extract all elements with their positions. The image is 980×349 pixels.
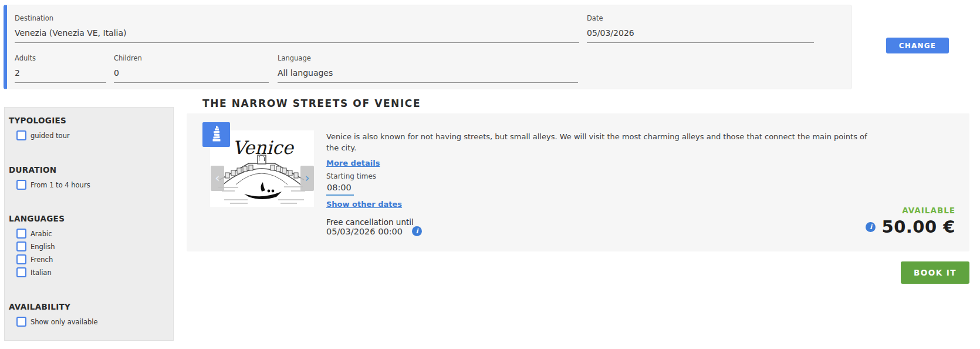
filter-option-label: Arabic: [31, 230, 52, 238]
destination-input[interactable]: Venezia (Venezia VE, Italia): [15, 28, 579, 43]
free-cancellation-datetime: 05/03/2026 00:00: [326, 227, 403, 236]
starting-times-label: Starting times: [326, 172, 376, 180]
filter-option-label: guided tour: [31, 132, 70, 140]
carousel-next-button[interactable]: ›: [300, 166, 314, 191]
adults-label: Adults: [15, 54, 106, 62]
tour-title: THE NARROW STREETS OF VENICE: [202, 98, 421, 109]
filter-option-italian[interactable]: Italian: [16, 267, 52, 277]
language-label: Language: [278, 54, 578, 62]
tour-price: 50.00 €: [881, 217, 955, 237]
date-input[interactable]: 05/03/2026: [587, 28, 814, 43]
book-it-button[interactable]: BOOK IT: [901, 261, 969, 284]
language-select[interactable]: All languages: [278, 68, 578, 83]
monument-tower-icon: [202, 122, 230, 147]
free-cancellation-label: Free cancellation until: [326, 217, 414, 227]
children-field[interactable]: Children 0: [114, 54, 269, 83]
chevron-right-icon: ›: [305, 171, 309, 185]
adults-field[interactable]: Adults 2: [15, 54, 106, 83]
duration-heading: DURATION: [9, 165, 56, 174]
filter-option-label: English: [31, 243, 55, 251]
typologies-heading: TYPOLOGIES: [9, 116, 66, 125]
checkbox-icon[interactable]: [16, 317, 26, 327]
filter-option-arabic[interactable]: Arabic: [16, 229, 52, 239]
filter-option-duration-1-4[interactable]: From 1 to 4 hours: [16, 180, 90, 190]
free-cancellation-row: 05/03/2026 00:00 i: [326, 226, 422, 236]
languages-heading: LANGUAGES: [9, 214, 65, 223]
date-label: Date: [587, 14, 814, 22]
checkbox-icon[interactable]: [16, 180, 26, 190]
tour-card: Venice: [187, 113, 969, 251]
tour-description: Venice is also known for not having stre…: [326, 131, 881, 153]
date-field[interactable]: Date 05/03/2026: [587, 14, 814, 43]
info-icon[interactable]: i: [412, 226, 422, 236]
checkbox-icon[interactable]: [16, 254, 26, 264]
checkbox-icon[interactable]: [16, 267, 26, 277]
availability-heading: AVAILABILITY: [9, 302, 70, 311]
filter-option-label: French: [31, 256, 53, 264]
filter-option-label: From 1 to 4 hours: [31, 181, 90, 189]
more-details-link[interactable]: More details: [326, 159, 380, 167]
destination-label: Destination: [15, 14, 579, 22]
filter-option-english[interactable]: English: [16, 241, 55, 251]
search-panel: Destination Venezia (Venezia VE, Italia)…: [4, 5, 852, 89]
children-input[interactable]: 0: [114, 68, 269, 83]
filter-option-french[interactable]: French: [16, 254, 53, 264]
children-label: Children: [114, 54, 269, 62]
language-field[interactable]: Language All languages: [278, 54, 578, 83]
carousel-prev-button[interactable]: ‹: [211, 166, 224, 191]
destination-field[interactable]: Destination Venezia (Venezia VE, Italia): [15, 14, 579, 43]
filters-sidebar: TYPOLOGIES guided tour DURATION From 1 t…: [4, 107, 174, 341]
availability-status-badge: AVAILABLE: [902, 206, 955, 215]
filter-option-label: Italian: [31, 269, 52, 277]
tour-search-page: Destination Venezia (Venezia VE, Italia)…: [0, 0, 980, 349]
change-button[interactable]: CHANGE: [886, 38, 949, 53]
filter-option-show-only-available[interactable]: Show only available: [16, 317, 98, 327]
filter-option-label: Show only available: [31, 318, 98, 326]
show-other-dates-link[interactable]: Show other dates: [326, 200, 402, 209]
checkbox-icon[interactable]: [16, 130, 26, 140]
filter-option-guided-tour[interactable]: guided tour: [16, 130, 70, 140]
chevron-left-icon: ‹: [215, 171, 219, 185]
checkbox-icon[interactable]: [16, 241, 26, 251]
starting-time-option[interactable]: 08:00: [326, 183, 354, 196]
checkbox-icon[interactable]: [16, 229, 26, 239]
price-info-icon[interactable]: i: [866, 222, 876, 232]
price-row: i 50.00 €: [866, 217, 955, 237]
adults-input[interactable]: 2: [15, 68, 106, 83]
